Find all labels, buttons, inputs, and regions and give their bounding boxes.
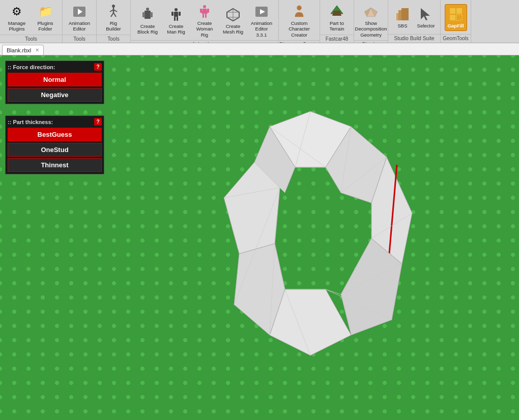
animation-editor-button[interactable]: Animation Editor <box>66 2 93 34</box>
show-decomp-geometry-icon <box>363 4 379 20</box>
svg-rect-43 <box>456 15 462 20</box>
animation-editor-label: Animation Editor <box>68 20 91 32</box>
svg-rect-21 <box>203 14 204 18</box>
custom-character-creator-label: Custom Character Creator <box>287 20 311 38</box>
toolbar-group-cc-items: Custom Character Creator <box>279 0 320 39</box>
svg-point-12 <box>175 8 178 11</box>
svg-rect-19 <box>200 9 202 13</box>
svg-point-2 <box>112 5 115 8</box>
create-woman-rig-label: Create Woman Rig <box>193 20 216 38</box>
custom-character-creator-button[interactable]: Custom Character Creator <box>285 2 313 39</box>
tabbar: Blank.rbxl ✕ <box>0 43 519 55</box>
force-panel-header: :: Force direction: ? <box>8 63 102 71</box>
toolbar-group-sbs-items: SBS Selector <box>388 0 440 33</box>
toolbar-group-anim-label: Tools <box>63 35 96 43</box>
toolbar-group-geomtools-items: GapFill <box>441 0 471 33</box>
selector-icon <box>418 6 434 22</box>
rig-builder-icon <box>105 4 122 20</box>
normal-button[interactable]: Normal <box>8 73 102 86</box>
plugins-folder-label: Plugins Folder <box>34 20 57 32</box>
part-to-terrain-label: Part to Terrain <box>325 20 349 32</box>
toolbar-group-fastcar-items: Part to Terrain <box>320 0 354 34</box>
gapfill-button[interactable]: GapFill <box>445 4 467 31</box>
svg-rect-15 <box>179 12 181 16</box>
svg-rect-9 <box>142 12 145 17</box>
onestud-button[interactable]: OneStud <box>8 143 102 157</box>
selector-button[interactable]: Selector <box>415 5 437 30</box>
thickness-panel-header: :: Part thickness: ? <box>8 118 102 126</box>
force-panel-title: :: Force direction: <box>8 64 55 70</box>
svg-point-18 <box>203 5 206 8</box>
plugins-folder-icon: 📁 <box>37 4 53 20</box>
toolbar-group-tools1: ⚙ Manage Plugins 📁 Plugins Folder Tools <box>0 0 63 43</box>
svg-rect-38 <box>401 8 409 20</box>
toolbar-group-cc: Custom Character Creator Character Creat… <box>279 0 320 43</box>
blank-tab-close[interactable]: ✕ <box>35 47 39 53</box>
svg-rect-20 <box>207 9 209 13</box>
svg-rect-13 <box>174 12 178 17</box>
part-to-terrain-button[interactable]: Part to Terrain <box>323 2 351 34</box>
toolbar-group-animations: Create Block Rig Create Man Rig <box>131 0 279 43</box>
create-man-rig-icon <box>168 7 184 23</box>
svg-rect-16 <box>174 17 176 21</box>
toolbar-group-sbs-label: Studio Build Suite <box>388 34 440 43</box>
toolbar-group-physics: Show Decomposition Geometry Physics <box>354 0 388 43</box>
manage-plugins-label: Manage Plugins <box>5 20 28 32</box>
toolbar-group-animations-items: Create Block Rig Create Man Rig <box>131 0 278 39</box>
force-panel-help[interactable]: ? <box>94 63 102 71</box>
create-mesh-rig-icon <box>225 7 241 23</box>
toolbar-group-fastcar-label: Fastcar48 <box>320 35 354 43</box>
animation-editor-2-icon <box>253 4 270 20</box>
bestguess-button[interactable]: BestGuess <box>8 128 102 141</box>
toolbar-group-tools1-label: Tools <box>0 35 62 43</box>
create-block-rig-button[interactable]: Create Block Rig <box>134 5 161 37</box>
create-man-rig-button[interactable]: Create Man Rig <box>162 5 190 37</box>
thinnest-button[interactable]: Thinnest <box>8 158 102 172</box>
svg-rect-17 <box>177 17 178 21</box>
show-decomp-geometry-button[interactable]: Show Decomposition Geometry <box>357 2 385 39</box>
plugins-folder-button[interactable]: 📁 Plugins Folder <box>32 2 59 34</box>
create-mesh-rig-button[interactable]: Create Mesh Rig <box>219 5 247 37</box>
sbs-button[interactable]: SBS <box>391 5 414 30</box>
create-mesh-rig-label: Create Mesh Rig <box>221 23 245 35</box>
create-woman-rig-button[interactable]: Create Woman Rig <box>191 2 218 39</box>
toolbar-group-anim: Animation Editor Tools <box>63 0 97 43</box>
svg-rect-22 <box>205 14 207 18</box>
canvas-background <box>0 55 519 420</box>
toolbar-group-anim-items: Animation Editor <box>63 0 96 34</box>
animation-editor-icon <box>71 4 88 20</box>
svg-rect-8 <box>145 11 151 19</box>
animation-editor-2-button[interactable]: Animation Editor 3.3.1 <box>248 2 275 39</box>
create-block-rig-icon <box>139 7 156 23</box>
blank-tab[interactable]: Blank.rbxl ✕ <box>2 45 44 55</box>
toolbar-group-rig: Rig Builder Tools <box>97 0 131 43</box>
selector-label: Selector <box>417 23 435 28</box>
svg-marker-39 <box>421 8 430 20</box>
svg-point-11 <box>146 8 149 11</box>
rig-builder-button[interactable]: Rig Builder <box>100 2 127 34</box>
negative-button[interactable]: Negative <box>8 88 102 102</box>
svg-line-6 <box>111 13 113 17</box>
manage-plugins-button[interactable]: ⚙ Manage Plugins <box>3 2 31 34</box>
toolbar-group-geomtools-label: GeomTools <box>441 34 471 43</box>
part-thickness-panel: :: Part thickness: ? BestGuess OneStud T… <box>5 115 104 174</box>
svg-line-7 <box>113 13 116 17</box>
toolbar-group-sbs: SBS Selector Studio Build Suite <box>388 0 441 43</box>
gapfill-label: GapFill <box>447 23 464 28</box>
gapfill-icon <box>448 6 464 22</box>
part-to-terrain-icon <box>329 4 345 20</box>
toolbar-group-physics-items: Show Decomposition Geometry <box>354 0 388 39</box>
thickness-panel-help[interactable]: ? <box>94 118 102 126</box>
svg-rect-10 <box>150 12 153 17</box>
create-block-rig-label: Create Block Rig <box>136 23 159 35</box>
toolbar-group-tools1-items: ⚙ Manage Plugins 📁 Plugins Folder <box>0 0 62 34</box>
svg-rect-14 <box>171 12 174 16</box>
main-canvas-area[interactable]: :: Force direction: ? Normal Negative ::… <box>0 55 519 420</box>
svg-rect-40 <box>450 8 455 14</box>
svg-rect-42 <box>450 15 455 20</box>
toolbar: ⚙ Manage Plugins 📁 Plugins Folder Tools … <box>0 0 519 43</box>
toolbar-group-geomtools: GapFill GeomTools <box>441 0 471 43</box>
toolbar-group-fastcar: Part to Terrain Fastcar48 <box>320 0 354 43</box>
toolbar-group-rig-label: Tools <box>97 35 130 43</box>
thickness-panel-title: :: Part thickness: <box>8 119 53 125</box>
